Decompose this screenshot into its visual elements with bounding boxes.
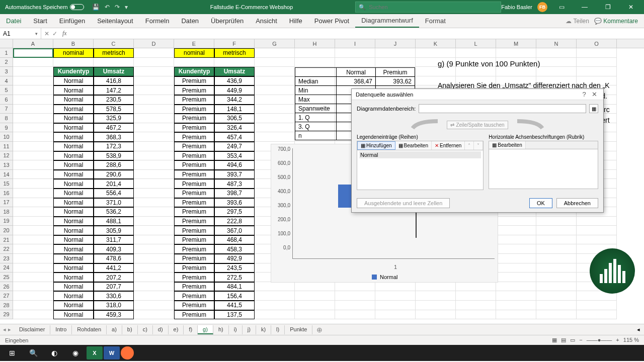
dialog-close-icon[interactable]: ✕ xyxy=(589,90,599,98)
cell[interactable] xyxy=(295,48,335,58)
cell[interactable] xyxy=(13,160,53,170)
cell[interactable]: 484,1 xyxy=(214,282,255,292)
cell[interactable] xyxy=(496,217,536,226)
cell[interactable]: 441,2 xyxy=(94,263,134,273)
view-normal-icon[interactable]: ▦ xyxy=(552,337,557,343)
col-header[interactable]: G xyxy=(255,39,295,48)
cell[interactable] xyxy=(255,123,295,133)
cell[interactable] xyxy=(13,310,53,320)
edit-axis-button[interactable]: ▦Bearbeiten xyxy=(489,141,525,149)
cell[interactable]: 416,8 xyxy=(94,76,134,86)
zoom-slider[interactable]: ——●—— xyxy=(587,337,612,343)
cell[interactable]: Premium xyxy=(174,273,214,282)
cell[interactable] xyxy=(295,291,335,301)
cell[interactable] xyxy=(295,58,335,67)
row-header[interactable]: 13 xyxy=(0,160,13,170)
cell[interactable]: Premium xyxy=(174,105,214,114)
cell[interactable] xyxy=(134,301,174,310)
cell[interactable]: 458,3 xyxy=(214,244,255,254)
fx-icon[interactable]: fx xyxy=(60,30,69,37)
tab-powerpivot[interactable]: Power Pivot xyxy=(308,14,355,28)
cell[interactable]: 478,6 xyxy=(94,254,134,263)
cell[interactable] xyxy=(456,48,496,58)
cell[interactable] xyxy=(496,235,536,245)
cell[interactable]: 494,6 xyxy=(214,160,255,170)
cell[interactable]: Premium xyxy=(174,301,214,310)
tab-datei[interactable]: Datei xyxy=(0,14,27,28)
cell[interactable]: 156,4 xyxy=(214,291,255,301)
cell[interactable] xyxy=(134,179,174,189)
cell[interactable] xyxy=(134,151,174,161)
cell[interactable] xyxy=(134,67,174,76)
cell[interactable] xyxy=(13,254,53,263)
cell[interactable] xyxy=(13,123,53,133)
cell[interactable] xyxy=(255,132,295,142)
cell[interactable]: Normal xyxy=(53,85,94,95)
row-header[interactable]: 8 xyxy=(0,114,13,123)
sheet-tab[interactable]: h) xyxy=(213,325,229,334)
cell[interactable]: 393,6 xyxy=(214,198,255,208)
cell[interactable] xyxy=(174,58,214,67)
row-header[interactable]: 2 xyxy=(0,58,13,67)
row-header[interactable]: 16 xyxy=(0,189,13,198)
cell[interactable] xyxy=(255,48,295,58)
tab-format[interactable]: Format xyxy=(419,14,452,28)
cell[interactable]: 207,2 xyxy=(94,273,134,282)
taskbar-search-icon[interactable]: 🔍 xyxy=(23,345,43,361)
col-header[interactable]: D xyxy=(134,39,174,48)
row-header[interactable]: 26 xyxy=(0,282,13,292)
cell[interactable]: Premium xyxy=(174,170,214,179)
zoom-out-icon[interactable]: − xyxy=(579,337,582,343)
sheet-tab[interactable]: b) xyxy=(122,325,138,334)
cell[interactable] xyxy=(335,301,375,310)
save-icon[interactable]: 💾 xyxy=(92,4,100,11)
cell[interactable] xyxy=(13,235,53,245)
cell[interactable] xyxy=(134,244,174,254)
cell[interactable] xyxy=(134,207,174,217)
cell[interactable] xyxy=(577,217,617,226)
cell[interactable] xyxy=(13,198,53,208)
cell[interactable] xyxy=(416,48,456,58)
col-header[interactable]: H xyxy=(295,39,335,48)
row-header[interactable]: 6 xyxy=(0,95,13,105)
cell[interactable] xyxy=(536,217,577,226)
cell[interactable]: Premium xyxy=(174,160,214,170)
row-header[interactable]: 3 xyxy=(0,67,13,76)
col-header[interactable]: J xyxy=(375,39,416,48)
cell[interactable] xyxy=(13,67,53,76)
row-header[interactable]: 24 xyxy=(0,263,13,273)
close-icon[interactable]: ✕ xyxy=(622,0,640,14)
cell[interactable] xyxy=(255,85,295,95)
cell[interactable] xyxy=(13,95,53,105)
add-series-button[interactable]: ▦Hinzufügen xyxy=(357,141,395,150)
cell[interactable] xyxy=(13,291,53,301)
col-header[interactable]: N xyxy=(536,39,577,48)
cell[interactable]: Normal xyxy=(53,160,94,170)
cell[interactable] xyxy=(536,301,577,310)
row-header[interactable]: 9 xyxy=(0,123,13,133)
cell[interactable] xyxy=(255,95,295,105)
cell[interactable]: Premium xyxy=(174,226,214,235)
cell[interactable] xyxy=(255,105,295,114)
accept-formula-icon[interactable]: ✓ xyxy=(52,30,57,37)
cell[interactable]: 449,9 xyxy=(214,85,255,95)
undo-icon[interactable]: ↶ xyxy=(105,4,110,11)
cell[interactable] xyxy=(134,132,174,142)
range-picker-icon[interactable]: ▦ xyxy=(589,104,598,113)
cell[interactable]: Normal xyxy=(53,207,94,217)
autosave-toggle[interactable] xyxy=(70,4,84,10)
add-sheet-icon[interactable]: ⊕ xyxy=(312,326,327,334)
cell[interactable]: Normal xyxy=(53,189,94,198)
col-header[interactable]: E xyxy=(174,39,214,48)
cell[interactable] xyxy=(13,142,53,151)
cell[interactable] xyxy=(456,310,496,320)
row-header[interactable]: 15 xyxy=(0,179,13,189)
cell[interactable] xyxy=(335,48,375,58)
taskbar-word-icon[interactable]: W xyxy=(104,346,120,359)
cell[interactable]: Premium xyxy=(174,151,214,161)
cell[interactable]: 330,6 xyxy=(94,291,134,301)
cell[interactable] xyxy=(134,95,174,105)
search-input[interactable] xyxy=(369,4,498,10)
minimize-icon[interactable]: ― xyxy=(576,0,594,14)
cell[interactable] xyxy=(375,291,416,301)
